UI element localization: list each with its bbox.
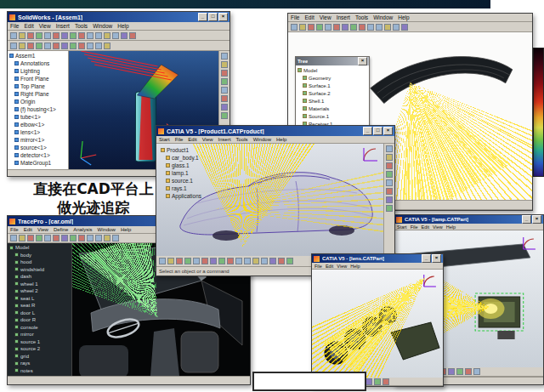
toolbar-icon[interactable]: [456, 368, 463, 375]
minimize-icon[interactable]: _: [198, 13, 207, 21]
tree-item[interactable]: Right Plane: [9, 90, 66, 98]
menu-item[interactable]: View: [202, 137, 213, 142]
toolbar-icon[interactable]: [448, 368, 455, 375]
tree-item[interactable]: Front Plane: [9, 75, 66, 82]
tree-item[interactable]: detector<1>: [9, 151, 66, 159]
tree-item[interactable]: Annotations: [9, 60, 66, 67]
toolbar-icon[interactable]: [53, 43, 60, 49]
tree-item[interactable]: elbow<1>: [9, 121, 66, 128]
toolbar-icon[interactable]: [210, 258, 217, 264]
toolbar-icon[interactable]: [104, 43, 110, 49]
toolbar-icon[interactable]: [299, 24, 306, 31]
toolbar-icon[interactable]: [291, 24, 298, 31]
tree-item[interactable]: wheel 1: [9, 281, 70, 288]
toolbar-icon[interactable]: [386, 196, 393, 203]
tree-item[interactable]: Lighting: [9, 67, 66, 75]
tree-item[interactable]: body: [9, 252, 70, 259]
toolbar-icon[interactable]: [386, 179, 393, 186]
toolbar-icon[interactable]: [261, 258, 268, 264]
tree-item[interactable]: source 2: [9, 345, 70, 353]
menu-item[interactable]: Insert: [56, 23, 70, 29]
toolbar-icon[interactable]: [112, 32, 119, 39]
tree-item[interactable]: Geometry: [298, 74, 367, 82]
close-icon[interactable]: ×: [532, 215, 541, 224]
toolbar-icon[interactable]: [278, 258, 285, 264]
menu-item[interactable]: Analysis: [73, 227, 92, 232]
toolbar-icon[interactable]: [386, 188, 393, 195]
toolbar-icon[interactable]: [221, 87, 228, 94]
toolbar-icon[interactable]: [53, 235, 60, 241]
toolbar-icon[interactable]: [36, 43, 42, 49]
toolbar-icon[interactable]: [87, 32, 94, 39]
tree-item[interactable]: notes: [9, 367, 70, 375]
toolbar-icon[interactable]: [386, 205, 393, 212]
tree-item[interactable]: Assem1: [9, 52, 66, 60]
viewport-3d[interactable]: [312, 270, 443, 378]
menu-item[interactable]: Insert: [337, 14, 350, 20]
close-icon[interactable]: ×: [358, 57, 367, 65]
menu-item[interactable]: Edit: [188, 137, 196, 142]
toolbar-icon[interactable]: [342, 24, 348, 31]
tree-item[interactable]: Applications: [161, 192, 230, 200]
menu-item[interactable]: File: [10, 227, 19, 232]
tree-item[interactable]: windshield: [9, 266, 70, 274]
toolbar-icon[interactable]: [70, 43, 76, 49]
toolbar-icon[interactable]: [78, 235, 85, 241]
menu-item[interactable]: Help: [446, 224, 456, 230]
tree-item[interactable]: console: [9, 324, 70, 332]
toolbar-icon[interactable]: [221, 61, 228, 68]
toolbar-icon[interactable]: [401, 24, 408, 31]
tree-item[interactable]: Shell.1: [298, 97, 367, 105]
toolbar-icon[interactable]: [36, 32, 42, 39]
menu-item[interactable]: Help: [350, 264, 360, 269]
toolbar-icon[interactable]: [112, 235, 119, 241]
tree-item[interactable]: source.1: [161, 177, 230, 185]
toolbar-icon[interactable]: [473, 368, 480, 375]
tree-item[interactable]: seat R: [9, 302, 70, 310]
menu-item[interactable]: Help: [398, 14, 409, 20]
minimize-icon[interactable]: _: [422, 254, 431, 263]
menu-item[interactable]: Window: [98, 227, 116, 232]
menu-item[interactable]: File: [314, 264, 322, 269]
title-bar[interactable]: CATIA V5 - [lamp.CATPart] _ ×: [394, 215, 543, 224]
menu-item[interactable]: File: [411, 224, 418, 230]
toolbar-icon[interactable]: [70, 32, 76, 39]
tree-item[interactable]: source 1: [9, 338, 70, 346]
menu-item[interactable]: Edit: [326, 264, 333, 269]
toolbar-icon[interactable]: [269, 258, 276, 264]
tree-item[interactable]: (f) housing<1>: [9, 105, 66, 113]
menu-item[interactable]: View: [320, 14, 332, 20]
toolbar-icon[interactable]: [201, 258, 208, 264]
tree-item[interactable]: door L: [9, 310, 70, 317]
toolbar-icon[interactable]: [61, 32, 68, 39]
tree-item[interactable]: wheel 2: [9, 287, 70, 295]
maximize-icon[interactable]: □: [208, 13, 218, 21]
toolbar-icon[interactable]: [221, 70, 228, 77]
toolbar-icon[interactable]: [44, 32, 51, 39]
toolbar-icon[interactable]: [386, 162, 393, 169]
minimize-icon[interactable]: _: [363, 127, 372, 135]
toolbar-icon[interactable]: [393, 24, 400, 31]
toolbar-icon[interactable]: [386, 145, 393, 152]
tree-item[interactable]: glass.1: [161, 162, 230, 169]
menu-item[interactable]: Start: [397, 224, 407, 230]
toolbar-icon[interactable]: [235, 258, 242, 264]
toolbar-icon[interactable]: [325, 24, 332, 31]
toolbar-icon[interactable]: [374, 378, 381, 385]
tree-item[interactable]: rays: [9, 360, 70, 367]
toolbar-icon[interactable]: [95, 32, 102, 39]
menu-item[interactable]: Window: [93, 23, 112, 29]
toolbar-icon[interactable]: [221, 112, 228, 119]
tree-item[interactable]: lens<1>: [9, 128, 66, 136]
toolbar-icon[interactable]: [10, 235, 17, 241]
menu-item[interactable]: Tools: [236, 137, 248, 142]
toolbar-icon[interactable]: [221, 104, 228, 111]
tree-item[interactable]: Surface.2: [298, 89, 367, 97]
menu-item[interactable]: View: [433, 224, 443, 230]
toolbar-icon[interactable]: [184, 258, 191, 264]
toolbar-icon[interactable]: [95, 235, 102, 241]
toolbar-icon[interactable]: [244, 258, 251, 264]
tree-item[interactable]: tube<1>: [9, 113, 66, 121]
toolbar-icon[interactable]: [44, 235, 51, 241]
menu-item[interactable]: Edit: [422, 224, 429, 230]
